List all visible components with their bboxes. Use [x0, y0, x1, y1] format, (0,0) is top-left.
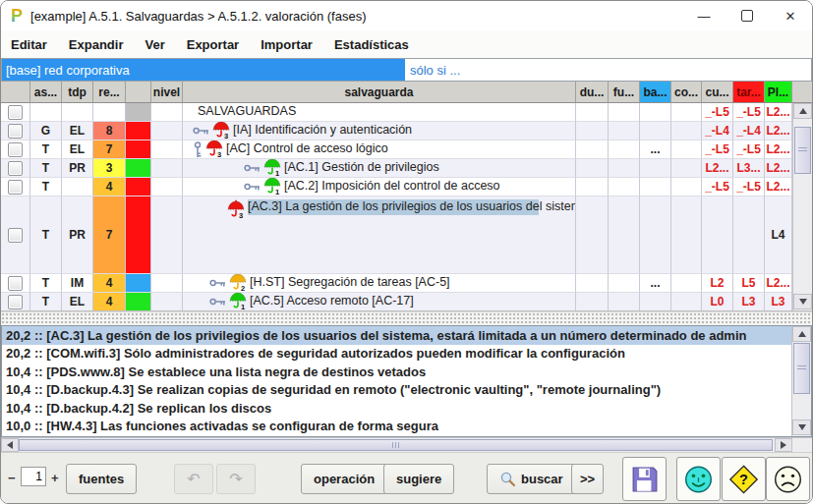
- happy-mood-button[interactable]: [676, 457, 721, 501]
- scroll-up-button[interactable]: [792, 326, 811, 342]
- cell-tar[interactable]: L3: [733, 293, 765, 310]
- cell-re[interactable]: [93, 103, 126, 122]
- cell-ba[interactable]: [640, 159, 671, 178]
- split-handle[interactable]: [1, 311, 812, 325]
- cell-cu[interactable]: _-L5: [702, 103, 733, 122]
- tree-toggle-key-icon[interactable]: [244, 163, 261, 173]
- header-cu[interactable]: cu...: [702, 82, 733, 103]
- sad-mood-button[interactable]: [766, 457, 810, 501]
- cell-re[interactable]: 7: [93, 140, 126, 159]
- cell-fu[interactable]: [609, 159, 640, 178]
- details-line[interactable]: 10,4 :: [D.backup.4.2] Se replican los d…: [2, 399, 811, 418]
- header-co[interactable]: co...: [671, 82, 702, 103]
- menu-item-editar[interactable]: Editar: [11, 37, 47, 52]
- more-search-button[interactable]: >>: [571, 464, 604, 494]
- safeguard-label[interactable]: [AC.5] Acceso remoto [AC-17]: [250, 294, 414, 309]
- details-horizontal-scrollbar[interactable]: [1, 437, 812, 452]
- row-checkbox[interactable]: [8, 124, 23, 139]
- tree-toggle-key-icon[interactable]: [244, 182, 261, 192]
- cell-tdp[interactable]: PR: [62, 159, 93, 178]
- row-checkbox[interactable]: [8, 161, 23, 176]
- cell-re[interactable]: 4: [93, 274, 126, 293]
- tree-toggle-key-icon[interactable]: [209, 297, 226, 307]
- cell-nivel[interactable]: [151, 122, 183, 140]
- header-pl[interactable]: Pl...: [765, 82, 792, 103]
- details-line[interactable]: 20,2 :: [COM.wifi.3] Sólo administradore…: [2, 345, 811, 364]
- tree-toggle-key-icon[interactable]: [193, 126, 209, 136]
- table-row[interactable]: TEL73[AC] Control de acceso lógico..._-L…: [1, 140, 812, 159]
- cell-co[interactable]: [671, 159, 702, 178]
- tree-toggle-key-icon[interactable]: [193, 141, 203, 158]
- filter-condition[interactable]: sólo si ...: [405, 63, 460, 78]
- cell-pl[interactable]: L2...: [765, 274, 792, 293]
- table-row[interactable]: SALVAGUARDAS_-L5_-L5L2...: [1, 103, 812, 122]
- cell-du[interactable]: [576, 274, 609, 293]
- cell-pl[interactable]: L2...: [765, 122, 792, 140]
- cell-as[interactable]: T: [30, 178, 62, 196]
- fuentes-button[interactable]: fuentes: [66, 464, 137, 494]
- close-button[interactable]: ✕: [769, 1, 812, 30]
- table-row[interactable]: TEL41[AC.5] Acceso remoto [AC-17]L0L3L3: [1, 293, 812, 310]
- cell-re[interactable]: 7: [93, 196, 126, 274]
- header-du[interactable]: du...: [576, 82, 609, 103]
- table-vertical-scrollbar[interactable]: [792, 103, 812, 310]
- scroll-left-button[interactable]: [1, 438, 19, 452]
- cell-tar[interactable]: _-L4: [733, 122, 765, 140]
- cell-du[interactable]: [576, 122, 609, 140]
- menu-item-ver[interactable]: Ver: [145, 37, 164, 52]
- cell-as[interactable]: [30, 103, 62, 122]
- phase-spinner-field[interactable]: [21, 467, 46, 486]
- row-checkbox[interactable]: [8, 228, 23, 243]
- cell-re[interactable]: 8: [93, 122, 126, 140]
- cell-ba[interactable]: ...: [640, 140, 671, 159]
- cell-salvaguarda[interactable]: SALVAGUARDAS: [183, 103, 576, 122]
- buscar-button[interactable]: buscar: [487, 464, 576, 494]
- cell-tdp[interactable]: PR: [62, 196, 93, 274]
- cell-cu[interactable]: L2: [702, 274, 733, 293]
- menu-item-estadísticas[interactable]: Estadísticas: [334, 37, 409, 52]
- table-row[interactable]: TPR31[AC.1] Gestión de privilegiosL2...L…: [1, 159, 812, 178]
- table-row[interactable]: T41[AC.2] Imposición del control de acce…: [1, 178, 812, 196]
- help-button[interactable]: ?: [722, 457, 766, 501]
- header-salvaguarda[interactable]: salvaguarda: [183, 82, 576, 103]
- cell-tdp[interactable]: EL: [62, 140, 93, 159]
- cell-fu[interactable]: [609, 140, 640, 159]
- cell-tdp[interactable]: EL: [62, 293, 93, 310]
- scrollbar-thumb[interactable]: [19, 439, 773, 451]
- scrollbar-thumb[interactable]: [794, 127, 811, 174]
- table-row[interactable]: GEL83[IA] Identificación y autenticación…: [1, 122, 812, 140]
- spinner-decrement[interactable]: −: [8, 471, 16, 485]
- cell-ba[interactable]: [640, 293, 671, 310]
- cell-re[interactable]: 3: [93, 159, 126, 178]
- sugiere-button[interactable]: sugiere: [383, 464, 454, 494]
- scroll-down-button[interactable]: [792, 420, 811, 435]
- cell-salvaguarda[interactable]: 1[AC.5] Acceso remoto [AC-17]: [183, 293, 576, 310]
- tree-toggle-key-icon[interactable]: [209, 278, 226, 288]
- cell-fu[interactable]: [609, 178, 640, 196]
- header-nivel[interactable]: nivel: [151, 82, 183, 103]
- cell-fu[interactable]: [609, 103, 640, 122]
- cell-cu[interactable]: L0: [702, 293, 733, 310]
- cell-re[interactable]: 4: [93, 178, 126, 196]
- cell-fu[interactable]: [609, 122, 640, 140]
- scroll-right-button[interactable]: [775, 438, 792, 452]
- cell-re[interactable]: 4: [93, 293, 126, 310]
- cell-tar[interactable]: _-L5: [733, 103, 765, 122]
- cell-tdp[interactable]: IM: [62, 274, 93, 293]
- cell-nivel[interactable]: [151, 178, 183, 196]
- cell-ba[interactable]: [640, 103, 671, 122]
- undo-button[interactable]: ↶: [174, 464, 213, 494]
- cell-cu[interactable]: [702, 196, 733, 274]
- cell-as[interactable]: T: [30, 159, 62, 178]
- cell-as[interactable]: G: [30, 122, 62, 140]
- cell-fu[interactable]: [609, 196, 640, 274]
- details-line[interactable]: 10,4 :: [D.backup.4.3] Se realizan copia…: [2, 381, 811, 400]
- cell-fu[interactable]: [609, 293, 640, 310]
- cell-du[interactable]: [576, 140, 609, 159]
- safeguard-label[interactable]: [AC.1] Gestión de privilegios: [284, 160, 439, 176]
- header-re[interactable]: re...: [93, 82, 126, 103]
- cell-nivel[interactable]: [151, 293, 183, 310]
- cell-co[interactable]: [671, 293, 702, 310]
- safeguard-label[interactable]: [AC.3] La gestión de los privilegios de …: [248, 199, 539, 215]
- cell-co[interactable]: [671, 274, 702, 293]
